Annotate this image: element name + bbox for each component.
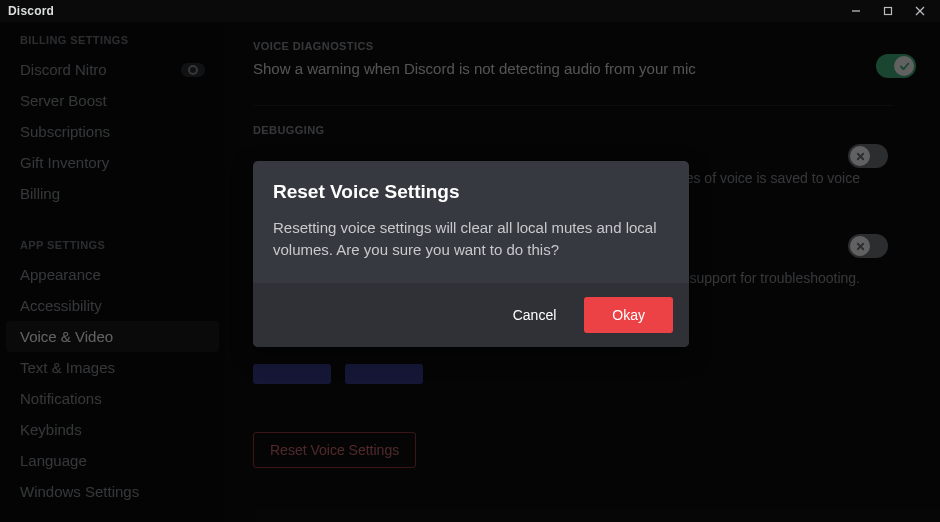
modal-text: Resetting voice settings will clear all … (273, 217, 669, 261)
brand-label: Discord (8, 4, 54, 18)
window-controls (842, 1, 934, 21)
maximize-button[interactable] (874, 1, 902, 21)
okay-button[interactable]: Okay (584, 297, 673, 333)
modal-title: Reset Voice Settings (273, 181, 669, 203)
svg-rect-1 (885, 8, 892, 15)
titlebar: Discord (0, 0, 940, 22)
close-button[interactable] (906, 1, 934, 21)
minimize-button[interactable] (842, 1, 870, 21)
cancel-button[interactable]: Cancel (499, 297, 571, 333)
reset-voice-modal: Reset Voice Settings Resetting voice set… (253, 161, 689, 347)
